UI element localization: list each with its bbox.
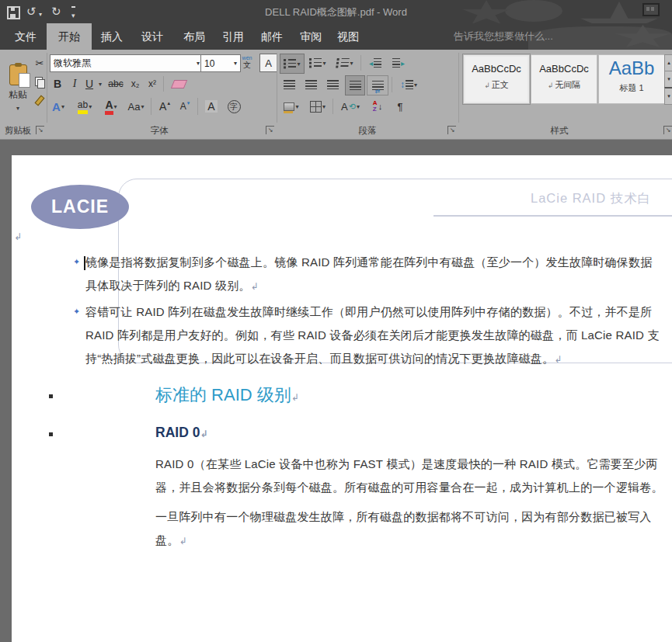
align-right-button[interactable]	[323, 75, 342, 94]
numbering-icon	[309, 58, 322, 68]
asian-layout-dropdown-icon: ▾	[357, 103, 360, 110]
superscript-icon: x²	[148, 78, 156, 89]
tab-layout[interactable]: 布局	[176, 23, 213, 50]
font-size-select[interactable]: 10 ▾	[200, 54, 241, 72]
superscript-button[interactable]: x²	[144, 75, 160, 92]
styles-more-button[interactable]: ▾	[664, 87, 672, 105]
line-spacing-bars	[406, 80, 413, 89]
document-page[interactable]: LACIE LaCie RAID 技术白 ↲ ✦ 镜像是指将数据复制到多个磁盘上…	[12, 155, 672, 642]
enclose-characters-button[interactable]: 字	[224, 96, 244, 116]
decrease-indent-button[interactable]: ◂	[365, 54, 385, 72]
header-underline	[433, 215, 672, 217]
align-left-icon	[284, 80, 295, 89]
tab-review[interactable]: 审阅	[292, 23, 329, 50]
line-spacing-dropdown-icon: ▾	[414, 82, 417, 88]
character-shading-button[interactable]: A	[202, 96, 221, 116]
borders-button[interactable]: ▾	[306, 97, 329, 116]
tell-me-box[interactable]: 告诉我您想要做什么...	[454, 23, 553, 50]
bullet1-line2: 具体取决于阵列的 RAID 级别。↲	[85, 278, 259, 294]
styles-group-label: 样式	[460, 125, 659, 137]
style-name: 正文	[492, 80, 509, 89]
align-center-button[interactable]	[301, 75, 320, 94]
underline-dropdown-icon[interactable]: ▾	[96, 79, 104, 88]
shrink-font-icon: A	[180, 101, 186, 112]
format-painter-icon	[35, 95, 45, 106]
justify-button[interactable]	[345, 75, 365, 95]
underline-button[interactable]: U	[82, 75, 96, 92]
word-window: ↺ ▾ ↻ ▾ DELL RAID概念图解.pdf - Word 文件 开始 插…	[0, 0, 672, 642]
multilevel-list-icon	[336, 58, 350, 68]
highlight-color-button[interactable]: ab▾	[73, 96, 96, 116]
paragraph-group-label: 段落	[278, 125, 457, 137]
highlight-dropdown-icon: ▾	[89, 103, 92, 110]
subscript-button[interactable]: x₂	[127, 75, 143, 92]
save-icon[interactable]	[7, 6, 20, 19]
clear-formatting-button[interactable]	[169, 75, 188, 92]
font-name-select[interactable]: 微软雅黑 ▾	[50, 54, 204, 72]
italic-button[interactable]: I	[68, 75, 81, 92]
style-heading1-card[interactable]: AaBb 标题 1	[598, 54, 665, 104]
increase-indent-button[interactable]: ▸	[388, 54, 409, 72]
asian-layout-button[interactable]: A⟲▾	[337, 97, 364, 116]
style-normal-card[interactable]: AaBbCcDc ↲正文	[463, 54, 530, 104]
bold-button[interactable]: B	[50, 75, 65, 92]
styles-dialog-launcher[interactable]: ↘	[663, 126, 672, 134]
tab-home[interactable]: 开始	[47, 23, 92, 50]
undo-dropdown-icon[interactable]: ▾	[39, 7, 42, 23]
line-spacing-button[interactable]: ↕▾	[396, 75, 421, 94]
styles-scroll-down-button[interactable]: ▾	[664, 71, 672, 88]
shading-button[interactable]: ▾	[280, 97, 303, 116]
sort-button[interactable]: AZ ↓	[367, 97, 388, 116]
numbering-button[interactable]: ▾	[306, 54, 329, 72]
raid0-para2-line1: 一旦阵列中有一个物理磁盘发生故障，所有磁盘的数据都将不可访问，因为有部分数据已被…	[155, 509, 651, 525]
clipboard-dialog-launcher[interactable]: ↘	[36, 126, 44, 134]
tab-view[interactable]: 视图	[329, 23, 367, 50]
tab-design[interactable]: 设计	[134, 23, 171, 50]
tab-references[interactable]: 引用	[214, 23, 252, 50]
subscript-icon: x₂	[131, 78, 140, 89]
multilevel-list-button[interactable]: ▾	[333, 54, 357, 72]
tab-insert[interactable]: 插入	[93, 23, 131, 50]
paste-button[interactable]: 粘贴 ▾	[3, 54, 33, 121]
small-separator	[392, 77, 392, 92]
style-preview: AaBb	[599, 59, 664, 78]
font-size-value: 10	[204, 58, 214, 69]
format-painter-button[interactable]	[33, 93, 47, 107]
style-no-spacing-card[interactable]: AaBbCcDc ↲无间隔	[531, 54, 597, 104]
list-bullet-star-icon: ✦	[73, 307, 80, 317]
show-hide-marks-button[interactable]: ¶	[392, 97, 409, 116]
styles-scroll-up-button[interactable]: ▴	[664, 54, 672, 71]
line-spacing-arrows-icon: ↕	[400, 79, 405, 90]
shrink-arrow-icon: ▾	[187, 100, 190, 106]
qat-customize-button[interactable]: ▾	[71, 6, 75, 23]
shrink-font-button[interactable]: A▾	[176, 96, 194, 116]
paragraph-dialog-launcher[interactable]: ↘	[447, 126, 456, 134]
phonetic-guide-button[interactable]: wén 文	[238, 53, 256, 71]
grow-font-button[interactable]: A▴	[155, 96, 174, 116]
bullet1-line1: 镜像是指将数据复制到多个磁盘上。镜像 RAID 阵列通常能在阵列中有磁盘（至少一…	[85, 255, 652, 270]
change-case-button[interactable]: Aa▾	[124, 96, 148, 116]
grow-arrow-icon: ▴	[167, 100, 170, 106]
heading-square-bullet	[49, 432, 53, 436]
cut-button[interactable]: ✂	[33, 56, 47, 70]
distributed-button[interactable]: ⇄	[367, 75, 388, 95]
ribbon-tab-bar: 文件 开始 插入 设计 布局 引用 邮件 审阅 视图 告诉我您想要做什么...	[0, 23, 672, 50]
copy-button[interactable]	[33, 75, 47, 88]
phonetic-icon-top: wén	[242, 55, 252, 61]
tab-mailings[interactable]: 邮件	[253, 23, 291, 50]
font-color-button[interactable]: A▾	[101, 96, 121, 116]
font-dialog-launcher[interactable]: ↘	[266, 126, 274, 134]
raid0-para1-line1: RAID 0（在某些 LaCie 设备中也称为 FAST 模式）是速度最快的一种…	[155, 456, 658, 472]
align-left-button[interactable]	[280, 75, 298, 94]
document-header-title: LaCie RAID 技术白	[531, 190, 651, 207]
redo-button[interactable]: ↻	[51, 4, 61, 19]
style-name: 无间隔	[555, 80, 580, 89]
bullets-button[interactable]: ▾	[280, 54, 305, 74]
tab-file[interactable]: 文件	[6, 23, 45, 50]
character-border-button[interactable]: A	[259, 54, 277, 72]
undo-button[interactable]: ↺	[26, 4, 37, 19]
paint-bucket-icon	[284, 102, 294, 111]
character-border-icon: A	[265, 57, 272, 69]
text-effects-button[interactable]: A▾	[48, 96, 68, 116]
strikethrough-button[interactable]: abc	[106, 75, 126, 92]
